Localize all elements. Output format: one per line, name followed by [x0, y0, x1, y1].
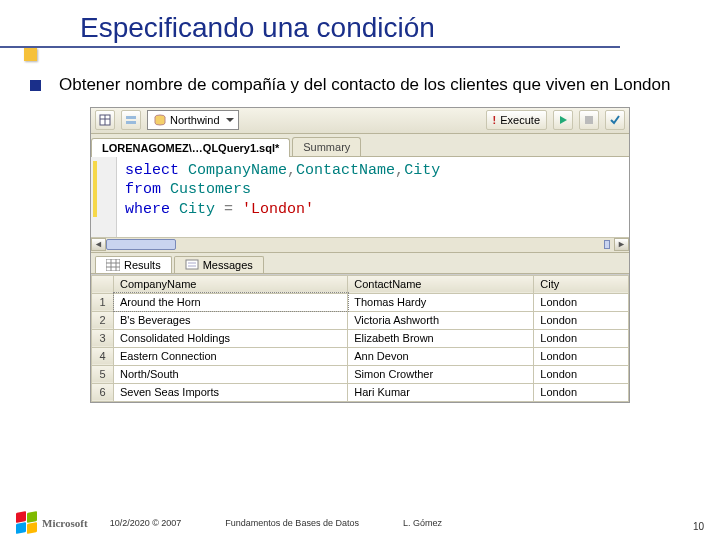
- title-underline: [0, 46, 620, 48]
- tab-results[interactable]: Results: [95, 256, 172, 273]
- table-row[interactable]: 6 Seven Seas Imports Hari Kumar London: [92, 383, 629, 401]
- play-icon: [557, 114, 569, 126]
- database-icon: [154, 114, 166, 126]
- bullet-row: Obtener nombre de compañía y del contact…: [0, 48, 720, 107]
- database-name: Northwind: [170, 114, 220, 126]
- options-icon: [125, 114, 137, 126]
- messages-tab-label: Messages: [203, 259, 253, 271]
- check-icon: [609, 114, 621, 126]
- table-row[interactable]: 5 North/South Simon Crowther London: [92, 365, 629, 383]
- toolbar-run-button[interactable]: [553, 110, 573, 130]
- execute-bang-icon: !: [493, 114, 497, 126]
- toolbar-check-button[interactable]: [605, 110, 625, 130]
- rownum-header: [92, 275, 114, 293]
- toolbar: Northwind ! Execute: [91, 108, 629, 134]
- windows-flag-icon: [16, 512, 38, 534]
- toolbar-button-2[interactable]: [121, 110, 141, 130]
- grid-header-row: CompanyName ContactName City: [92, 275, 629, 293]
- slide-title-area: Especificando una condición: [0, 0, 720, 48]
- tab-messages[interactable]: Messages: [174, 256, 264, 273]
- toolbar-stop-button[interactable]: [579, 110, 599, 130]
- table-row[interactable]: 4 Eastern Connection Ann Devon London: [92, 347, 629, 365]
- change-marker: [93, 161, 97, 217]
- results-grid[interactable]: CompanyName ContactName City 1 Around th…: [91, 274, 629, 402]
- svg-rect-4: [126, 121, 136, 124]
- slide-title: Especificando una condición: [80, 12, 720, 44]
- footer-author: L. Gómez: [403, 518, 442, 528]
- toolbar-button-1[interactable]: [95, 110, 115, 130]
- document-tabstrip: LORENAGOMEZ\…QLQuery1.sql* Summary: [91, 134, 629, 157]
- scroll-thumb[interactable]: [106, 239, 176, 250]
- execute-button[interactable]: ! Execute: [486, 110, 547, 130]
- table-icon: [99, 114, 111, 126]
- sql-code: select CompanyName,ContactName,City from…: [91, 157, 629, 220]
- execute-label: Execute: [500, 114, 540, 126]
- bullet-text: Obtener nombre de compañía y del contact…: [59, 74, 670, 97]
- bullet-marker: [30, 80, 41, 91]
- col-city[interactable]: City: [534, 275, 629, 293]
- ssms-screenshot: Northwind ! Execute LORENAGOMEZ\…QLQuery…: [90, 107, 630, 403]
- svg-marker-6: [560, 116, 567, 124]
- slide-number: 10: [693, 521, 704, 532]
- table-row[interactable]: 2 B's Beverages Victoria Ashworth London: [92, 311, 629, 329]
- tab-summary[interactable]: Summary: [292, 137, 361, 156]
- editor-horizontal-scrollbar[interactable]: ◄ ►: [91, 237, 629, 252]
- footer-course: Fundamentos de Bases de Datos: [225, 518, 359, 528]
- scroll-left-arrow[interactable]: ◄: [91, 238, 106, 251]
- stop-icon: [583, 114, 595, 126]
- scroll-right-arrow[interactable]: ►: [614, 238, 629, 251]
- result-tabstrip: Results Messages: [91, 253, 629, 274]
- table-row[interactable]: 3 Consolidated Holdings Elizabeth Brown …: [92, 329, 629, 347]
- sql-editor[interactable]: select CompanyName,ContactName,City from…: [91, 157, 629, 253]
- svg-rect-7: [585, 116, 593, 124]
- svg-rect-8: [106, 259, 120, 271]
- slide-footer: Microsoft 10/2/2020 © 2007 Fundamentos d…: [0, 512, 720, 534]
- tab-query[interactable]: LORENAGOMEZ\…QLQuery1.sql*: [91, 138, 290, 157]
- col-contactname[interactable]: ContactName: [348, 275, 534, 293]
- microsoft-logo: Microsoft: [16, 512, 88, 534]
- col-companyname[interactable]: CompanyName: [114, 275, 348, 293]
- svg-rect-13: [186, 260, 198, 269]
- database-selector[interactable]: Northwind: [147, 110, 239, 130]
- svg-rect-3: [126, 116, 136, 119]
- results-grid-icon: [106, 259, 120, 271]
- messages-icon: [185, 259, 199, 271]
- table-row[interactable]: 1 Around the Horn Thomas Hardy London: [92, 293, 629, 311]
- microsoft-wordmark: Microsoft: [42, 517, 88, 529]
- title-accent-square: [24, 48, 37, 61]
- results-tab-label: Results: [124, 259, 161, 271]
- footer-date: 10/2/2020 © 2007: [110, 518, 182, 528]
